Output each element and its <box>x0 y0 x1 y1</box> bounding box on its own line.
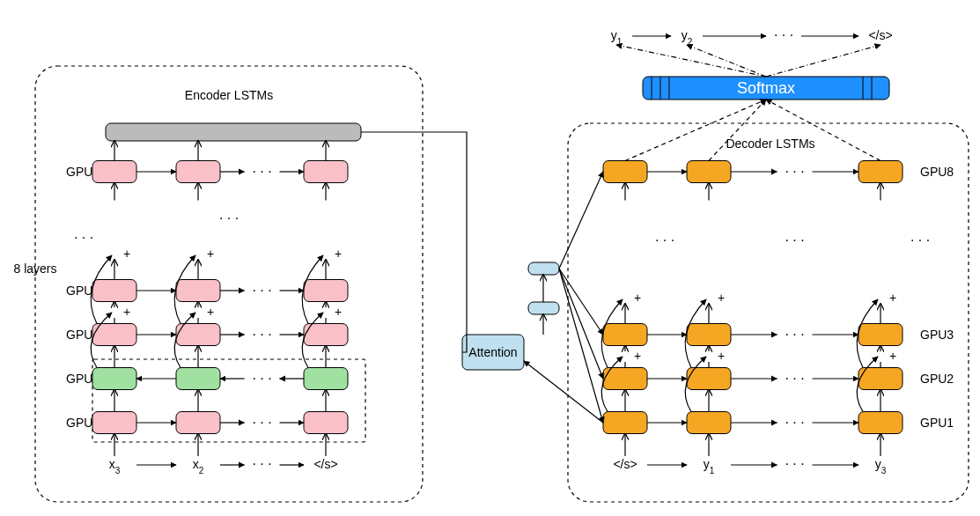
svg-line-109 <box>625 100 766 161</box>
svg-text:· · ·: · · · <box>774 27 793 42</box>
encoder-node <box>92 412 136 434</box>
svg-text:+: + <box>889 291 896 305</box>
encoder-node <box>304 412 348 434</box>
decoder-node <box>603 161 647 183</box>
encoder-node <box>304 280 348 302</box>
context-vector <box>528 302 559 314</box>
decoder-node <box>858 412 903 434</box>
svg-line-100 <box>559 269 603 379</box>
svg-text:· · ·: · · · <box>785 164 804 179</box>
svg-line-102 <box>559 172 603 269</box>
encoder-node <box>176 368 220 390</box>
decoder-gpu-label: GPU1 <box>920 416 954 430</box>
plus: + <box>123 305 130 319</box>
svg-text:· · ·: · · · <box>785 415 804 430</box>
svg-text:· · ·: · · · <box>252 371 271 386</box>
svg-text:· · ·: · · · <box>785 232 804 247</box>
svg-text:+: + <box>718 349 725 363</box>
softmax-label: Softmax <box>737 79 795 97</box>
svg-text:· · ·: · · · <box>910 232 930 247</box>
attention-label: Attention <box>468 345 517 359</box>
svg-text:· · ·: · · · <box>785 456 804 471</box>
svg-text:· · ·: · · · <box>252 415 271 430</box>
svg-line-113 <box>616 45 766 77</box>
encoder-title: Encoder LSTMs <box>185 88 273 102</box>
encoder-node <box>176 161 220 183</box>
svg-text:· · ·: · · · <box>74 230 93 245</box>
context-vector <box>528 262 559 275</box>
output-token: y1 <box>611 28 623 47</box>
encoder-node <box>92 368 136 390</box>
encoder-node <box>92 280 136 302</box>
decoder-node <box>687 324 731 346</box>
svg-line-115 <box>766 45 881 77</box>
svg-text:+: + <box>718 291 725 305</box>
svg-text:+: + <box>634 349 641 363</box>
svg-line-103 <box>524 361 603 423</box>
plus: + <box>207 247 214 261</box>
output-token: </s> <box>868 28 892 42</box>
decoder-gpu-label: GPU8 <box>920 165 954 179</box>
encoder-input: x3 <box>109 457 121 475</box>
encoder-output-bar <box>106 123 361 141</box>
decoder-node <box>858 324 903 346</box>
decoder-input: y1 <box>704 457 715 475</box>
encoder-node <box>176 280 220 302</box>
decoder-title: Decoder LSTMs <box>726 136 814 151</box>
decoder-node <box>687 412 731 434</box>
svg-line-110 <box>709 100 766 161</box>
encoder-input: </s> <box>313 457 337 471</box>
svg-text:· · ·: · · · <box>219 210 239 225</box>
decoder-input: y3 <box>875 457 887 475</box>
decoder-gpu-label: GPU3 <box>920 328 954 342</box>
decoder-input: </s> <box>613 457 637 471</box>
svg-text:· · ·: · · · <box>655 232 674 247</box>
decoder-node <box>603 324 647 346</box>
svg-text:+: + <box>889 349 896 363</box>
encoder-node <box>304 368 348 390</box>
decoder-node <box>603 412 647 434</box>
plus: + <box>207 305 214 319</box>
svg-line-114 <box>687 45 766 77</box>
encoder-node <box>304 161 348 183</box>
plus: + <box>335 247 342 261</box>
svg-text:· · ·: · · · <box>252 283 271 298</box>
encoder-input: x2 <box>193 457 204 475</box>
svg-text:· · ·: · · · <box>785 327 804 342</box>
decoder-gpu-label: GPU2 <box>920 372 954 386</box>
svg-text:+: + <box>634 291 641 305</box>
decoder-node <box>858 161 903 183</box>
svg-line-99 <box>559 269 603 423</box>
svg-line-111 <box>766 100 881 161</box>
layers-label: 8 layers <box>13 262 56 276</box>
svg-text:· · ·: · · · <box>252 164 271 179</box>
svg-text:· · ·: · · · <box>252 456 271 471</box>
svg-text:· · ·: · · · <box>252 327 271 342</box>
plus: + <box>123 247 130 261</box>
svg-text:· · ·: · · · <box>785 371 804 386</box>
output-token: y2 <box>682 28 693 47</box>
decoder-node <box>687 161 731 183</box>
encoder-node <box>176 412 220 434</box>
encoder-node <box>92 161 136 183</box>
plus: + <box>335 305 342 319</box>
encoder-to-attention <box>361 132 467 352</box>
